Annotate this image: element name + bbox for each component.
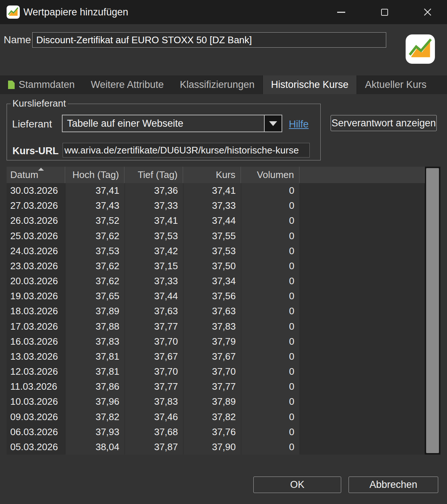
cell-tief: 37,77: [124, 379, 183, 394]
column-header-label: Kurs: [216, 169, 235, 181]
cell-kurs: 37,77: [183, 379, 241, 394]
cell-volumen: 0: [241, 183, 299, 198]
cell-hoch: 37,65: [65, 289, 124, 304]
cell-hoch: 37,62: [65, 259, 124, 274]
cell-volumen: 0: [241, 349, 299, 364]
column-header-datum[interactable]: Datum: [7, 167, 65, 183]
cell-datum: 18.03.2026: [7, 304, 65, 319]
name-input[interactable]: [32, 32, 386, 48]
cell-datum: 20.03.2026: [7, 274, 65, 289]
tab-label: Weitere Attribute: [91, 79, 164, 90]
scrollbar-thumb[interactable]: [426, 168, 439, 453]
cell-volumen: 0: [241, 425, 299, 440]
name-label: Name: [4, 34, 31, 46]
cell-kurs: 37,83: [183, 319, 241, 334]
minimize-icon: [337, 12, 345, 13]
table-row[interactable]: 06.03.202637,9337,6837,760: [7, 425, 425, 440]
cell-empty: [299, 334, 425, 349]
cell-datum: 19.03.2026: [7, 289, 65, 304]
column-header-tief-tag[interactable]: Tief (Tag): [124, 167, 183, 183]
kurslieferant-group: Kurslieferant Lieferant Tabelle auf eine…: [7, 104, 321, 160]
cell-volumen: 0: [241, 259, 299, 274]
cell-hoch: 37,81: [65, 364, 124, 379]
table-row[interactable]: 11.03.202637,8637,7737,770: [7, 379, 425, 394]
table-row[interactable]: 20.03.202637,6237,3337,340: [7, 274, 425, 289]
cell-tief: 37,15: [124, 259, 183, 274]
chevron-down-icon[interactable]: [264, 115, 282, 131]
table-row[interactable]: 19.03.202637,6537,4437,560: [7, 289, 425, 304]
cell-empty: [299, 183, 425, 198]
table-row[interactable]: 26.03.202637,5237,4137,440: [7, 213, 425, 228]
tab-label: Klassifizierungen: [180, 79, 254, 90]
cell-kurs: 37,55: [183, 229, 241, 244]
cell-datum: 12.03.2026: [7, 364, 65, 379]
table-row[interactable]: 30.03.202637,4137,3637,410: [7, 183, 425, 198]
cell-datum: 17.03.2026: [7, 319, 65, 334]
document-icon: [8, 81, 15, 89]
ok-button[interactable]: OK: [253, 477, 341, 493]
cell-datum: 11.03.2026: [7, 379, 65, 394]
help-link[interactable]: Hilfe: [289, 119, 309, 130]
column-header-kurs[interactable]: Kurs: [183, 167, 241, 183]
kurs-url-input[interactable]: [63, 143, 310, 158]
app-icon: [7, 5, 20, 19]
table-row[interactable]: 17.03.202637,8837,7737,830: [7, 319, 425, 334]
tab-historische-kurse[interactable]: Historische Kurse: [262, 75, 357, 94]
tab-weitere-attribute[interactable]: Weitere Attribute: [83, 75, 172, 94]
cell-kurs: 37,79: [183, 334, 241, 349]
column-header-label: Datum: [10, 169, 38, 181]
cell-tief: 37,33: [124, 198, 183, 213]
cell-volumen: 0: [241, 213, 299, 228]
tab-label: Stammdaten: [19, 79, 75, 90]
cell-empty: [299, 213, 425, 228]
cell-hoch: 37,62: [65, 229, 124, 244]
cell-kurs: 37,82: [183, 410, 241, 425]
cell-hoch: 37,86: [65, 379, 124, 394]
cell-empty: [299, 319, 425, 334]
cell-kurs: 37,63: [183, 304, 241, 319]
cell-hoch: 37,53: [65, 244, 124, 259]
cell-kurs: 37,76: [183, 425, 241, 440]
lieferant-dropdown[interactable]: Tabelle auf einer Webseite: [62, 115, 282, 132]
table-row[interactable]: 10.03.202637,9637,8337,890: [7, 394, 425, 409]
cell-kurs: 37,67: [183, 349, 241, 364]
table-row[interactable]: 05.03.202638,0437,8737,900: [7, 440, 425, 455]
tab-stammdaten[interactable]: Stammdaten: [0, 75, 83, 94]
tab-aktueller-kurs[interactable]: Aktueller Kurs: [357, 75, 435, 94]
table-row[interactable]: 09.03.202637,8237,4637,820: [7, 410, 425, 425]
table-row[interactable]: 23.03.202637,6237,1537,500: [7, 259, 425, 274]
group-label: Kurslieferant: [11, 98, 68, 109]
cell-hoch: 37,83: [65, 334, 124, 349]
table-row[interactable]: 13.03.202637,8137,6737,670: [7, 349, 425, 364]
table-row[interactable]: 12.03.202637,8137,7037,700: [7, 364, 425, 379]
cell-tief: 37,41: [124, 213, 183, 228]
table-row[interactable]: 25.03.202637,6237,5337,550: [7, 229, 425, 244]
maximize-button[interactable]: [373, 0, 395, 24]
window-title: Wertpapiere hinzufügen: [23, 0, 128, 24]
column-header-volumen[interactable]: Volumen: [241, 167, 299, 183]
column-header-label: Volumen: [257, 169, 294, 181]
cell-volumen: 0: [241, 304, 299, 319]
cell-empty: [299, 364, 425, 379]
cell-volumen: 0: [241, 289, 299, 304]
cell-kurs: 37,41: [183, 183, 241, 198]
cell-tief: 37,44: [124, 289, 183, 304]
table-scrollbar[interactable]: [425, 167, 440, 455]
table-row[interactable]: 24.03.202637,5337,4237,530: [7, 244, 425, 259]
column-header-hoch-tag[interactable]: Hoch (Tag): [65, 167, 124, 183]
cell-volumen: 0: [241, 319, 299, 334]
cell-tief: 37,42: [124, 244, 183, 259]
serverantwort-button[interactable]: Serverantwort anzeigen: [331, 115, 437, 131]
cell-volumen: 0: [241, 394, 299, 409]
cell-empty: [299, 440, 425, 455]
tab-klassifizierungen[interactable]: Klassifizierungen: [172, 75, 262, 94]
cell-tief: 37,70: [124, 334, 183, 349]
table-row[interactable]: 18.03.202637,8937,6337,630: [7, 304, 425, 319]
table-row[interactable]: 16.03.202637,8337,7037,790: [7, 334, 425, 349]
close-button[interactable]: [417, 0, 439, 24]
minimize-button[interactable]: [330, 0, 352, 24]
cancel-button[interactable]: Abbrechen: [349, 477, 438, 493]
table-row[interactable]: 27.03.202637,4337,3337,330: [7, 198, 425, 213]
cell-empty: [299, 274, 425, 289]
cell-tief: 37,83: [124, 394, 183, 409]
